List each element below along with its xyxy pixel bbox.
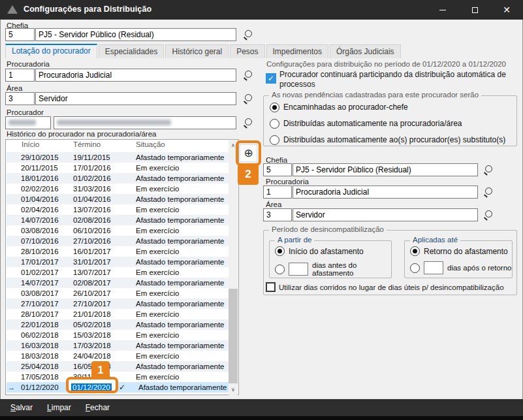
inicio-afastamento-radio[interactable]: Início do afastamento <box>275 246 364 256</box>
area-right-name-input[interactable] <box>293 208 478 221</box>
table-row[interactable]: 07/10/2016 27/10/2016 Afastado temporari… <box>7 236 229 246</box>
annotation-badge-1: 1 <box>91 361 110 380</box>
search-icon[interactable] <box>483 165 495 176</box>
scrollbar-thumb[interactable] <box>229 289 238 383</box>
pendencias-group: As novas pendências cadastradas para est… <box>263 95 517 146</box>
participate-checkbox[interactable]: ✓ <box>266 73 276 84</box>
tab-item[interactable]: Pesos <box>230 44 264 58</box>
procuradoria-right-label: Procuradoria <box>266 178 309 186</box>
scroll-up-icon[interactable]: ∧ <box>229 140 238 151</box>
tab-strip: Lotação do procuradorEspecialidadesHistó… <box>5 44 402 58</box>
maximize-button[interactable] <box>460 0 490 20</box>
pendencias-radio-option[interactable]: Distribuídas automaticamente na procurad… <box>270 118 522 129</box>
tab-item[interactable]: Órgãos Judiciais <box>330 44 401 58</box>
table-row[interactable]: 02/04/2016 13/07/2016 Em exercício <box>7 204 229 215</box>
annotation-badge-2: 2 <box>238 164 259 185</box>
table-row[interactable]: 14/07/2016 02/08/2016 Afastado temporari… <box>7 215 229 225</box>
footer-button[interactable]: Limpar <box>47 403 71 412</box>
table-row[interactable]: 18/01/2016 01/02/2016 Afastado temporari… <box>7 173 229 184</box>
procurador-label: Procurador <box>7 108 44 116</box>
search-icon[interactable] <box>243 93 255 105</box>
aplicadas-ate-group: Aplicadas até Retorno do afastamento dia… <box>404 240 513 278</box>
minimize-button[interactable] <box>428 0 458 20</box>
procuradoria-right-name-input[interactable] <box>293 186 478 199</box>
chefia-right-code-input[interactable] <box>263 163 292 176</box>
retorno-afastamento-radio[interactable]: Retorno do afastamento <box>410 246 508 256</box>
selected-history-row[interactable]: 01/12/2020 Afastado temporariamente 01/1… <box>7 382 229 393</box>
table-row[interactable]: 01/02/2017 13/07/2017 Em exercício <box>7 267 229 278</box>
chefia-top-code-input[interactable] <box>5 28 35 41</box>
col-inicio: Início <box>16 140 73 152</box>
col-termino: Término <box>73 140 125 152</box>
procurador-name-field-redacted[interactable] <box>54 116 236 129</box>
tab-item[interactable]: Histórico geral <box>165 44 229 58</box>
table-row[interactable]: 20/11/2015 17/01/2016 Em exercício <box>7 163 229 173</box>
area-right-label: Área <box>266 201 281 208</box>
table-scrollbar[interactable]: ∧ ∨ <box>229 140 238 395</box>
footer-button[interactable]: Fechar <box>86 403 110 412</box>
dias-corridos-checkbox[interactable] <box>266 282 276 292</box>
chefia-right-name-input[interactable] <box>293 163 478 176</box>
close-button[interactable]: ✕ <box>492 0 522 20</box>
search-icon[interactable] <box>483 210 495 221</box>
search-icon[interactable] <box>243 70 255 82</box>
radio-icon <box>275 265 285 274</box>
tab-item[interactable]: Impedimentos <box>266 44 328 58</box>
table-row[interactable]: 25/04/2018 16/05/2018 Afastado temporari… <box>7 361 229 372</box>
tab-item[interactable]: Especialidades <box>99 44 165 58</box>
table-row[interactable]: 03/08/2017 26/10/2017 Em exercício <box>7 288 229 299</box>
procuradoria-name-input[interactable] <box>35 69 236 82</box>
dias-antes-input[interactable] <box>289 263 308 276</box>
dias-apos-radio[interactable]: dias após o retorno <box>410 261 511 274</box>
aplicadas-ate-label: Aplicadas até <box>410 236 460 244</box>
window-bottom-edge <box>0 416 523 420</box>
tab-item[interactable]: Lotação do procurador <box>5 44 97 58</box>
search-icon[interactable] <box>483 187 495 199</box>
area-code-input[interactable] <box>5 92 35 105</box>
table-row[interactable]: 17/01/2017 31/01/2017 Afastado temporari… <box>7 257 229 267</box>
procuradoria-right-code-input[interactable] <box>263 186 292 199</box>
table-row[interactable]: 06/02/2018 15/03/2018 Em exercício <box>7 330 229 340</box>
pendencias-radio-option[interactable]: Distribuídas automaticamente ao(s) procu… <box>270 135 522 145</box>
termino-cell-editor[interactable]: 01/12/2020 <box>69 381 116 393</box>
procuradoria-code-input[interactable] <box>5 69 35 82</box>
chefia-top-name-input[interactable] <box>35 28 236 41</box>
search-icon[interactable] <box>243 118 255 129</box>
titlebar: Configurações para Distribuição ✕ <box>0 0 523 20</box>
radio-icon <box>410 263 420 273</box>
period-header: Configurações para distribuição no perío… <box>266 60 518 68</box>
a-partir-de-group: A partir de Início do afastamento dias a… <box>269 240 392 278</box>
history-rows: 29/10/2015 19/11/2015 Afastado temporari… <box>7 152 229 382</box>
area-name-input[interactable] <box>35 92 236 105</box>
footer-button[interactable]: Salvar <box>10 403 33 412</box>
radio-icon <box>410 246 420 256</box>
dias-apos-input[interactable] <box>424 261 443 274</box>
desincompat-group: Período de desincompatibilização A parti… <box>263 230 517 295</box>
editor-dropdown-icon[interactable]: ✓ <box>119 382 125 393</box>
procurador-code-field-redacted[interactable] <box>5 116 51 129</box>
table-row[interactable]: 02/02/2016 31/03/2016 Em exercício <box>7 184 229 194</box>
table-row[interactable]: 28/10/2017 21/01/2018 Em exercício <box>7 309 229 319</box>
radio-icon <box>270 135 279 145</box>
search-icon[interactable] <box>243 29 255 41</box>
table-row[interactable]: 01/04/2016 01/04/2016 Afastado temporari… <box>7 194 229 204</box>
scroll-down-icon[interactable]: ∨ <box>229 385 238 395</box>
table-row[interactable]: 16/03/2018 17/03/2018 Afastado temporari… <box>7 340 229 351</box>
radio-icon <box>275 246 285 256</box>
area-right-code-input[interactable] <box>263 208 292 221</box>
table-row[interactable]: 29/10/2015 19/11/2015 Afastado temporari… <box>7 152 229 163</box>
col-situacao: Situação <box>125 140 229 152</box>
table-row[interactable]: 14/07/2017 02/08/2017 Afastado temporari… <box>7 278 229 288</box>
table-row[interactable]: 22/01/2018 05/02/2018 Afastado temporari… <box>7 319 229 330</box>
desincompat-group-label: Período de desincompatibilização <box>269 225 387 233</box>
table-row[interactable]: 18/03/2018 24/04/2018 Em exercício <box>7 351 229 361</box>
table-row[interactable]: 17/05/2018 30/11/2020 Em exercício <box>7 372 229 382</box>
dias-antes-radio[interactable]: dias antes do afastamento <box>275 261 391 277</box>
table-row[interactable]: 03/08/2016 06/10/2016 Em exercício <box>7 225 229 236</box>
minimize-icon <box>439 10 446 10</box>
table-row[interactable]: 27/10/2017 27/10/2017 Afastado temporari… <box>7 299 229 309</box>
table-row[interactable]: 28/10/2016 16/01/2017 Em exercício <box>7 246 229 257</box>
pendencias-radio-option[interactable]: Encaminhadas ao procurador-chefe <box>270 102 522 112</box>
procuradoria-label: Procuradoria <box>7 60 50 68</box>
add-history-button[interactable]: ⊕ <box>240 144 257 162</box>
